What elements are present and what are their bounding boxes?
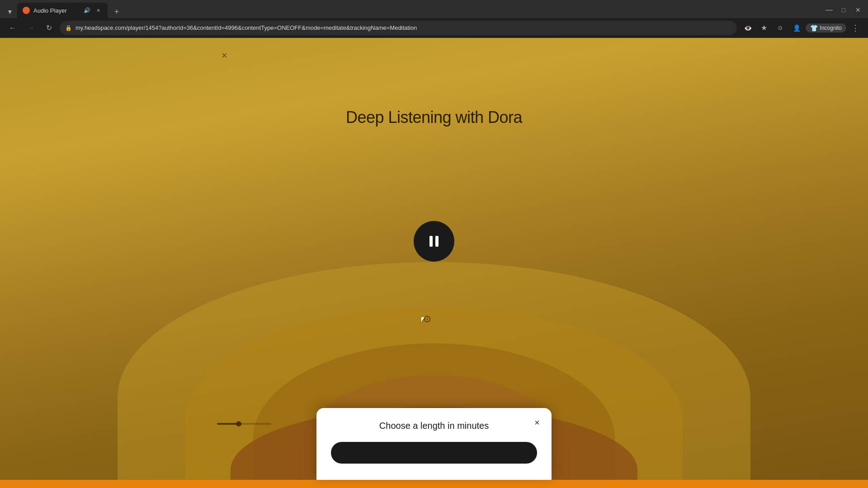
page-content: × Deep Listening with Dora ⚙ × Choose a … — [0, 38, 868, 488]
nav-bar: ← → ↻ 🔒 my.headspace.com/player/1454?aut… — [0, 18, 868, 38]
lock-icon: 🔒 — [65, 25, 72, 31]
forward-btn[interactable]: → — [24, 21, 38, 35]
modal-close-btn[interactable]: × — [530, 415, 544, 430]
tab-dropdown-btn[interactable]: ▼ — [4, 5, 16, 18]
browser-chrome: ▼ Audio Player 🔊 ✕ + — □ ✕ ← → ↻ 🔒 my.he… — [0, 0, 868, 38]
incognito-badge: 👕 Incognito — [806, 23, 846, 33]
minimize-btn[interactable]: — — [823, 4, 835, 16]
profile-btn[interactable]: 👤 — [789, 21, 804, 35]
window-close-btn[interactable]: ✕ — [852, 4, 864, 16]
incognito-label: Incognito — [820, 25, 842, 31]
modal-confirm-btn[interactable] — [331, 442, 537, 464]
extensions-btn[interactable]: ⛭ — [773, 21, 788, 35]
restore-btn[interactable]: □ — [837, 4, 850, 16]
length-modal: × Choose a length in minutes — [316, 408, 552, 480]
nav-actions: 👁️‍ ★ ⛭ 👤 👕 Incognito ⋮ — [741, 21, 863, 35]
tab-favicon — [23, 7, 30, 14]
eye-slash-icon[interactable]: 👁️‍ — [741, 21, 755, 35]
tab-bar: ▼ Audio Player 🔊 ✕ + — □ ✕ — [0, 0, 868, 18]
bookmark-btn[interactable]: ★ — [757, 21, 771, 35]
tab-audio-icon: 🔊 — [84, 7, 90, 14]
modal-overlay: × Choose a length in minutes — [0, 38, 868, 488]
tab-close-btn[interactable]: ✕ — [94, 6, 102, 14]
refresh-btn[interactable]: ↻ — [42, 21, 56, 35]
new-tab-btn[interactable]: + — [110, 5, 123, 18]
active-tab[interactable]: Audio Player 🔊 ✕ — [17, 3, 108, 18]
url-text: my.headspace.com/player/1454?authorId=36… — [75, 24, 731, 31]
address-bar[interactable]: 🔒 my.headspace.com/player/1454?authorId=… — [60, 21, 737, 35]
tab-title: Audio Player — [33, 7, 80, 14]
modal-title: Choose a length in minutes — [331, 421, 537, 431]
more-btn[interactable]: ⋮ — [848, 21, 863, 35]
back-btn[interactable]: ← — [5, 21, 20, 35]
